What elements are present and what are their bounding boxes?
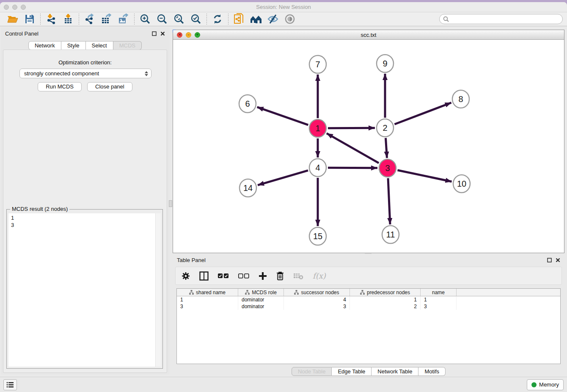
graph-node-10[interactable]: 10 [453,175,470,193]
select-all-icon[interactable] [218,273,229,279]
graph-node-8[interactable]: 8 [452,90,469,108]
column-header-name[interactable]: name [421,289,457,296]
zoom-selected-button[interactable] [187,13,204,25]
tab-network[interactable]: Network [28,41,61,50]
export-network-button[interactable] [81,13,98,25]
export-table-button[interactable] [98,13,115,25]
graph-node-9[interactable]: 9 [377,55,394,72]
save-session-button[interactable] [21,13,38,25]
graph-node-11[interactable]: 11 [382,226,399,243]
svg-text:14: 14 [243,183,253,193]
toolbar-separator [134,14,135,25]
memory-button[interactable]: Memory [527,379,564,390]
graph-node-4[interactable]: 4 [309,159,326,177]
show-columns-icon[interactable] [199,271,209,281]
graph-node-7[interactable]: 7 [309,55,326,73]
tab-motifs[interactable]: Motifs [418,367,446,376]
deselect-all-icon[interactable] [238,273,249,279]
hide-details-button[interactable] [264,13,281,25]
column-header-predecessor-nodes[interactable]: predecessor nodes [350,289,421,296]
criterion-value: strongly connected component [24,70,99,77]
delete-table-icon-disabled [293,272,303,280]
run-mcds-button[interactable]: Run MCDS [38,82,82,91]
cell-successor-nodes[interactable]: 3 [284,303,350,310]
houses-icon [250,14,262,24]
column-header-mcds-role[interactable]: MCDS role [238,289,284,296]
cell-name[interactable]: 3 [421,303,457,310]
criterion-dropdown[interactable]: strongly connected component [19,69,151,78]
network-window-titlebar[interactable]: scc.txt ✕ – + [173,30,564,40]
vertical-splitter-grip[interactable] [169,200,172,207]
tab-edge-table[interactable]: Edge Table [332,367,372,376]
table-row[interactable]: 3 dominator 3 2 3 [177,303,560,310]
import-table-button[interactable] [60,13,77,25]
svg-text:11: 11 [386,230,395,239]
export-image-icon [118,14,129,25]
cell-shared-name[interactable]: 1 [177,296,238,303]
edge-3-11[interactable] [388,178,390,224]
cell-successor-nodes[interactable]: 4 [284,296,350,303]
edge-4-3[interactable] [328,168,377,168]
add-icon[interactable] [259,272,267,280]
table-settings-gear-icon[interactable] [182,272,190,280]
import-network-button[interactable] [43,13,60,25]
close-table-panel-icon[interactable] [556,258,560,262]
float-table-panel-icon[interactable] [547,258,552,262]
first-neighbors-button[interactable] [248,13,264,25]
graph-node-6[interactable]: 6 [239,95,256,113]
mcds-result-textarea[interactable]: 1 3 [8,213,161,367]
cell-name[interactable]: 1 [421,296,457,303]
zoom-in-button[interactable] [137,13,154,25]
table-row[interactable]: 1 dominator 4 1 1 [177,296,560,303]
graph-node-2[interactable]: 2 [377,119,394,137]
graph-node-3[interactable]: 3 [379,159,396,177]
graph-node-15[interactable]: 15 [309,227,326,245]
task-history-button[interactable] [3,379,17,390]
refresh-button[interactable] [209,13,226,25]
cell-predecessor-nodes[interactable]: 2 [350,303,421,310]
edge-2-8[interactable] [394,103,451,124]
graph-node-1[interactable]: 1 [309,119,326,137]
cell-shared-name[interactable]: 3 [177,303,238,310]
cell-predecessor-nodes[interactable]: 1 [350,296,421,303]
control-panel-tabs: Network Style Select MCDS [1,41,169,50]
open-session-button[interactable] [4,13,21,25]
cell-mcds-role[interactable]: dominator [238,296,284,303]
export-image-button[interactable] [115,13,132,25]
table-panel-header: Table Panel [173,254,564,266]
result-scrollbar[interactable] [155,213,161,367]
delete-trash-icon[interactable] [276,271,284,281]
save-floppy-icon [25,14,34,24]
graph-node-14[interactable]: 14 [239,179,256,197]
control-panel-title: Control Panel [5,30,39,37]
edge-2-3[interactable] [386,138,387,158]
tab-select[interactable]: Select [86,41,113,50]
node-table[interactable]: shared name MCDS role successor nodes pr… [176,288,561,364]
column-header-shared-name[interactable]: shared name [177,289,238,296]
edge-4-14[interactable] [258,171,308,185]
app-window: Session: New Session [0,2,567,392]
refresh-icon [212,14,223,24]
float-panel-icon[interactable] [152,31,157,36]
close-panel-button[interactable]: Close panel [87,82,132,91]
zoom-fit-button[interactable] [171,13,187,25]
show-details-button[interactable] [281,13,298,25]
search-input[interactable] [439,14,563,24]
tab-mcds[interactable]: MCDS [113,41,142,50]
cell-mcds-role[interactable]: dominator [238,303,284,310]
edge-3-1[interactable] [327,133,379,163]
column-header-successor-nodes[interactable]: successor nodes [284,289,350,296]
edge-3-10[interactable] [397,170,451,182]
svg-text:4: 4 [315,163,320,172]
tab-network-table[interactable]: Network Table [372,367,418,376]
edge-1-2[interactable] [328,128,375,128]
network-canvas[interactable]: 7968124314101511 [173,40,564,253]
hierarchy-icon [294,290,299,295]
tab-node-table[interactable]: Node Table [292,367,332,376]
mcds-tab-content: Optimization criterion: strongly connect… [3,50,167,373]
tab-style[interactable]: Style [61,41,86,50]
zoom-out-button[interactable] [154,13,171,25]
close-panel-icon[interactable] [160,31,165,36]
edge-1-6[interactable] [257,107,308,125]
clone-network-button[interactable] [231,13,248,25]
